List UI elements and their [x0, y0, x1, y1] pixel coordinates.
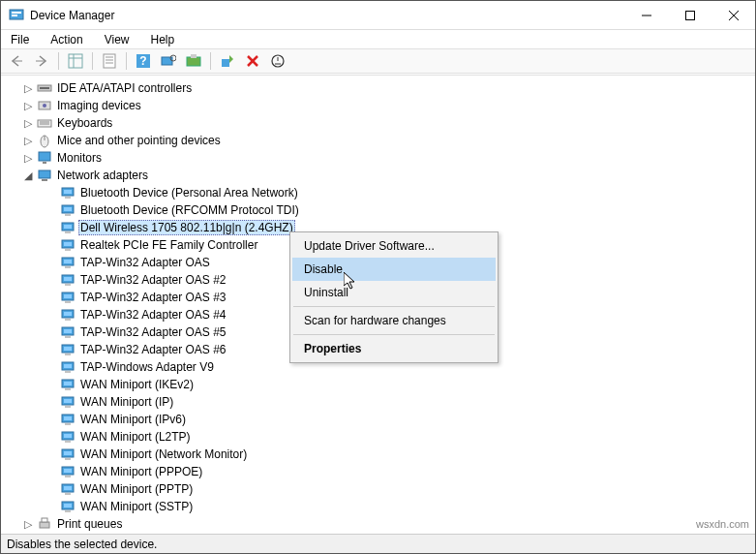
adapter-icon — [60, 464, 76, 479]
svg-rect-74 — [64, 399, 72, 403]
toolbar: ? — [1, 48, 755, 74]
svg-rect-2 — [12, 15, 17, 16]
tree-category[interactable]: ▷Print queues — [7, 515, 755, 532]
network-icon — [37, 168, 52, 183]
device-label: TAP-Windows Adapter V9 — [78, 360, 216, 374]
svg-rect-95 — [42, 518, 47, 522]
statusbar: Disables the selected device. — [1, 534, 755, 553]
uninstall-button[interactable] — [241, 50, 264, 72]
svg-rect-89 — [64, 486, 72, 490]
expander-icon[interactable]: ◢ — [22, 169, 34, 182]
menu-file[interactable]: File — [7, 32, 33, 47]
expander-icon[interactable]: ▷ — [22, 100, 34, 112]
svg-rect-35 — [39, 170, 50, 178]
adapter-icon — [60, 220, 76, 235]
menu-view[interactable]: View — [101, 32, 134, 47]
category-label: Keyboards — [55, 116, 114, 130]
toolbar-separator — [58, 52, 59, 70]
category-label: Print queues — [55, 517, 124, 531]
tree-category[interactable]: ▷Mice and other pointing devices — [7, 132, 755, 149]
tree-category[interactable]: ▷Imaging devices — [7, 97, 755, 114]
svg-rect-59 — [64, 312, 72, 316]
tree-device[interactable]: WAN Miniport (SSTP) — [7, 498, 755, 515]
window-title: Device Manager — [30, 9, 624, 22]
menu-action[interactable]: Action — [46, 32, 86, 47]
maximize-button[interactable] — [668, 1, 711, 29]
properties-button[interactable] — [98, 50, 121, 72]
expander-icon[interactable]: ▷ — [22, 135, 34, 147]
imaging-icon — [37, 98, 52, 113]
tree-category[interactable]: ◢Network adapters — [7, 167, 755, 184]
context-menu-item[interactable]: Uninstall — [292, 281, 496, 304]
enable-button[interactable] — [216, 50, 239, 72]
svg-text:?: ? — [139, 54, 146, 68]
tree-category[interactable]: ▷IDE ATA/ATAPI controllers — [7, 79, 755, 97]
update-driver-button[interactable] — [182, 50, 205, 72]
svg-rect-10 — [104, 54, 115, 68]
tree-device[interactable]: Bluetooth Device (Personal Area Network) — [7, 184, 755, 201]
device-label: WAN Miniport (PPTP) — [78, 482, 195, 496]
tree-device[interactable]: WAN Miniport (IP) — [7, 393, 755, 411]
tree-device[interactable]: WAN Miniport (PPTP) — [7, 480, 755, 498]
mouse-icon — [37, 133, 52, 148]
scan-hardware-button[interactable] — [157, 50, 180, 72]
device-label: TAP-Win32 Adapter OAS #6 — [78, 343, 228, 356]
tree-device[interactable]: WAN Miniport (L2TP) — [7, 428, 755, 446]
forward-button[interactable] — [30, 50, 53, 72]
tree-category[interactable]: ▷Monitors — [7, 149, 755, 167]
expander-icon[interactable]: ▷ — [22, 518, 34, 531]
device-label: WAN Miniport (IPv6) — [78, 413, 188, 426]
expander-icon[interactable]: ▷ — [22, 82, 34, 95]
context-menu-item[interactable]: Scan for hardware changes — [292, 309, 496, 332]
toolbar-separator — [92, 52, 93, 70]
toolbar-separator — [126, 52, 127, 70]
context-menu-item[interactable]: Update Driver Software... — [292, 234, 496, 258]
device-label: WAN Miniport (IP) — [78, 395, 175, 409]
category-label: Imaging devices — [55, 99, 143, 112]
menu-help[interactable]: Help — [147, 32, 179, 47]
context-menu-separator — [293, 306, 495, 307]
svg-rect-25 — [40, 87, 49, 89]
svg-rect-68 — [64, 364, 72, 368]
device-label: Bluetooth Device (RFCOMM Protocol TDI) — [78, 203, 301, 217]
svg-rect-77 — [64, 416, 72, 420]
adapter-icon — [60, 255, 76, 270]
watermark: wsxdn.com — [696, 518, 749, 530]
expander-icon[interactable]: ▷ — [22, 117, 34, 130]
tree-device[interactable]: WAN Miniport (IPv6) — [7, 411, 755, 428]
svg-rect-50 — [64, 260, 72, 263]
tree-device[interactable]: WAN Miniport (IKEv2) — [7, 376, 755, 393]
minimize-button[interactable] — [624, 1, 668, 29]
device-label: TAP-Win32 Adapter OAS — [78, 256, 212, 269]
svg-rect-92 — [64, 504, 72, 508]
svg-rect-94 — [40, 522, 49, 528]
svg-rect-33 — [39, 152, 50, 161]
adapter-icon — [60, 394, 76, 410]
adapter-icon — [60, 202, 76, 218]
back-button[interactable] — [5, 50, 28, 72]
show-hide-tree-button[interactable] — [64, 50, 87, 72]
svg-point-27 — [43, 104, 46, 108]
svg-rect-41 — [64, 207, 72, 211]
tree-device[interactable]: WAN Miniport (Network Monitor) — [7, 446, 755, 463]
context-menu-item[interactable]: Properties — [292, 337, 496, 360]
disable-button[interactable] — [266, 50, 289, 72]
category-label: Mice and other pointing devices — [55, 134, 223, 147]
tree-category[interactable]: ▷Keyboards — [7, 114, 755, 132]
svg-rect-4 — [685, 11, 694, 19]
context-menu-item[interactable]: Disable — [292, 258, 496, 281]
tree-device[interactable]: WAN Miniport (PPPOE) — [7, 463, 755, 480]
adapter-icon — [60, 324, 76, 340]
expander-icon[interactable]: ▷ — [22, 152, 34, 165]
device-label: WAN Miniport (SSTP) — [78, 500, 195, 513]
device-label: Dell Wireless 1705 802.11b|g|n (2.4GHZ) — [78, 220, 295, 235]
device-label: Bluetooth Device (Personal Area Network) — [78, 186, 300, 200]
context-menu: Update Driver Software...DisableUninstal… — [289, 231, 499, 363]
tree-device[interactable]: Bluetooth Device (RFCOMM Protocol TDI) — [7, 201, 755, 219]
svg-rect-1 — [12, 12, 21, 14]
close-button[interactable] — [711, 1, 755, 29]
help-button[interactable]: ? — [132, 50, 155, 72]
adapter-icon — [60, 342, 76, 357]
device-label: TAP-Win32 Adapter OAS #3 — [78, 291, 228, 304]
svg-rect-62 — [64, 329, 72, 333]
